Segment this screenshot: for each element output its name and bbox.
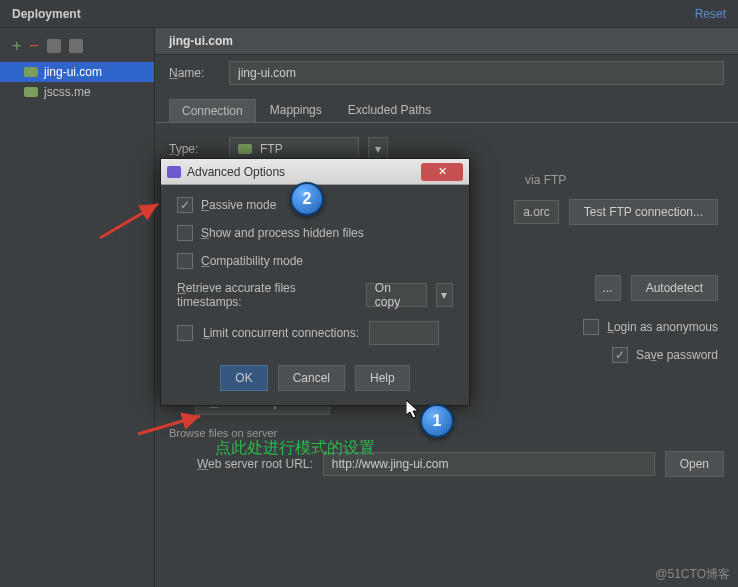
type-label: Type:	[169, 142, 219, 156]
close-icon[interactable]: ✕	[421, 163, 463, 181]
sidebar-toolbar: + −	[0, 34, 154, 62]
show-hidden-check[interactable]: Show and process hidden files	[177, 225, 453, 241]
php-icon	[167, 166, 181, 178]
chevron-down-icon[interactable]: ▾	[436, 283, 453, 307]
checkbox-icon	[612, 347, 628, 363]
topbar: Deployment Reset	[0, 0, 738, 28]
checkbox-icon	[177, 253, 193, 269]
type-value: FTP	[260, 142, 283, 156]
passive-label: Passive mode	[201, 198, 276, 212]
sidebar-item-label: jing-ui.com	[44, 65, 102, 79]
sidebar-item-label: jscss.me	[44, 85, 91, 99]
login-anon-label: Login as anonymous	[607, 320, 718, 334]
login-anon-check[interactable]: Login as anonymous	[583, 319, 718, 335]
copy-icon[interactable]	[47, 39, 61, 53]
tab-mappings[interactable]: Mappings	[258, 99, 334, 122]
tab-connection[interactable]: Connection	[169, 99, 256, 122]
sidebar-item-jscss[interactable]: jscss.me	[0, 82, 154, 102]
server-icon	[24, 67, 38, 77]
watermark: @51CTO博客	[655, 566, 730, 583]
annotation-bubble-1: 1	[420, 404, 454, 438]
checkbox-icon	[177, 225, 193, 241]
dialog-title: Advanced Options	[187, 165, 415, 179]
page-title: Deployment	[12, 7, 81, 21]
save-password-check[interactable]: Save password	[612, 347, 718, 363]
server-icon	[24, 87, 38, 97]
compat-label: Compatibility mode	[201, 254, 303, 268]
webroot-label: Web server root URL:	[169, 457, 313, 471]
checkbox-icon[interactable]	[177, 325, 193, 341]
dialog-footer: OK Cancel Help	[161, 357, 469, 405]
remove-icon[interactable]: −	[29, 38, 38, 54]
compat-mode-check[interactable]: Compatibility mode	[177, 253, 453, 269]
checkbox-icon	[177, 197, 193, 213]
show-hidden-label: Show and process hidden files	[201, 226, 364, 240]
ftp-icon	[238, 144, 252, 154]
sidebar-item-jingui[interactable]: jing-ui.com	[0, 62, 154, 82]
save-password-label: Save password	[636, 348, 718, 362]
browse-button[interactable]: ...	[595, 275, 621, 301]
limit-input[interactable]	[369, 321, 439, 345]
name-label: Name:	[169, 66, 219, 80]
tab-excluded[interactable]: Excluded Paths	[336, 99, 443, 122]
content-header: jing-ui.com	[155, 28, 738, 55]
dialog-titlebar[interactable]: Advanced Options ✕	[161, 159, 469, 185]
retrieve-label: Retrieve accurate files timestamps:	[177, 281, 356, 309]
limit-label: Limit concurrent connections:	[203, 326, 359, 340]
open-button[interactable]: Open	[665, 451, 724, 477]
reset-link[interactable]: Reset	[695, 7, 726, 21]
sidebar: + − jing-ui.com jscss.me	[0, 28, 155, 587]
ok-button[interactable]: OK	[220, 365, 267, 391]
host-fragment[interactable]: a.orc	[514, 200, 559, 224]
retrieve-select[interactable]: On copy	[366, 283, 427, 307]
limit-row: Limit concurrent connections:	[177, 321, 453, 345]
autodetect-button[interactable]: Autodetect	[631, 275, 718, 301]
retrieve-row: Retrieve accurate files timestamps: On c…	[177, 281, 453, 309]
cancel-button[interactable]: Cancel	[278, 365, 345, 391]
paste-icon[interactable]	[69, 39, 83, 53]
annotation-text: 点此处进行模式的设置	[215, 438, 375, 459]
help-button[interactable]: Help	[355, 365, 410, 391]
name-input[interactable]	[229, 61, 724, 85]
checkbox-icon	[583, 319, 599, 335]
annotation-bubble-2: 2	[290, 182, 324, 216]
name-row: Name:	[155, 55, 738, 91]
add-icon[interactable]: +	[12, 38, 21, 54]
via-text: via FTP	[525, 173, 566, 187]
test-ftp-button[interactable]: Test FTP connection...	[569, 199, 718, 225]
tabs: Connection Mappings Excluded Paths	[155, 95, 738, 123]
